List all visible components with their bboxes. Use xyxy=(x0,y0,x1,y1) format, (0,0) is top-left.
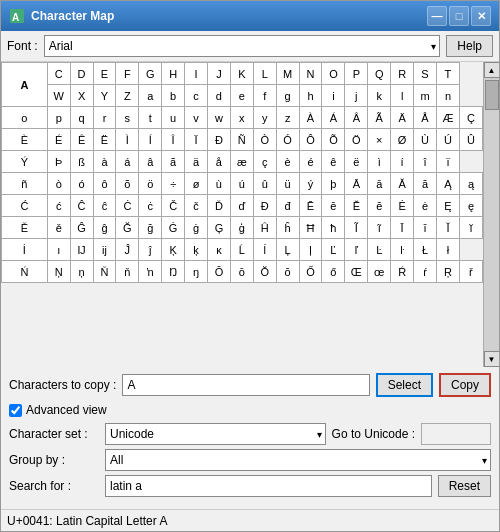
char-cell[interactable]: Ī xyxy=(391,217,414,239)
char-cell[interactable]: Œ xyxy=(345,261,368,283)
char-cell[interactable]: Í xyxy=(139,129,162,151)
char-cell[interactable]: ł xyxy=(436,239,459,261)
char-cell[interactable]: Þ xyxy=(47,151,70,173)
char-cell[interactable]: ė xyxy=(414,195,437,217)
char-cell[interactable]: è xyxy=(276,151,299,173)
char-cell[interactable]: Ğ xyxy=(116,217,139,239)
char-cell[interactable]: h xyxy=(299,85,322,107)
scrollbar-track[interactable] xyxy=(484,78,500,351)
copy-button[interactable]: Copy xyxy=(439,373,491,397)
char-cell[interactable]: D xyxy=(70,63,93,85)
char-cell[interactable]: Ë xyxy=(93,129,116,151)
char-cell[interactable]: ó xyxy=(70,173,93,195)
char-cell[interactable]: ř xyxy=(459,261,482,283)
char-cell[interactable]: Ľ xyxy=(322,239,345,261)
char-cell[interactable]: À xyxy=(299,107,322,129)
char-cell[interactable]: Æ xyxy=(436,107,459,129)
char-cell[interactable]: F xyxy=(116,63,139,85)
char-cell[interactable]: Č xyxy=(162,195,185,217)
char-cell[interactable]: Â xyxy=(345,107,368,129)
char-cell[interactable]: x xyxy=(230,107,253,129)
char-cell[interactable]: Ò xyxy=(253,129,276,151)
char-cell[interactable]: ä xyxy=(185,151,208,173)
char-cell[interactable]: e xyxy=(230,85,253,107)
char-cell[interactable]: Ė xyxy=(391,195,414,217)
char-cell[interactable]: Ę xyxy=(436,195,459,217)
char-cell[interactable]: à xyxy=(93,151,116,173)
char-cell[interactable]: È xyxy=(2,129,48,151)
char-cell[interactable]: Ĥ xyxy=(253,217,276,239)
char-cell[interactable]: Ħ xyxy=(299,217,322,239)
char-cell[interactable]: ŉ xyxy=(139,261,162,283)
char-cell[interactable]: Ņ xyxy=(47,261,70,283)
char-cell[interactable]: K xyxy=(230,63,253,85)
char-cell[interactable]: b xyxy=(162,85,185,107)
char-cell[interactable]: Ý xyxy=(2,151,48,173)
char-cell[interactable]: R xyxy=(391,63,414,85)
char-cell[interactable]: Ô xyxy=(299,129,322,151)
char-cell[interactable]: ñ xyxy=(2,173,48,195)
char-cell[interactable]: Y xyxy=(93,85,116,107)
char-cell[interactable]: Ł xyxy=(414,239,437,261)
close-button[interactable]: ✕ xyxy=(471,6,491,26)
char-cell[interactable]: Ŏ xyxy=(253,261,276,283)
char-cell[interactable]: ê xyxy=(322,151,345,173)
char-cell[interactable]: Ä xyxy=(391,107,414,129)
char-cell[interactable]: H xyxy=(162,63,185,85)
char-cell[interactable]: É xyxy=(47,129,70,151)
char-cell[interactable]: ý xyxy=(299,173,322,195)
char-cell[interactable]: p xyxy=(47,107,70,129)
char-cell[interactable]: ß xyxy=(70,151,93,173)
char-cell[interactable]: í xyxy=(391,151,414,173)
char-cell[interactable]: G xyxy=(139,63,162,85)
char-cell[interactable]: ŋ xyxy=(185,261,208,283)
char-cell[interactable]: Ö xyxy=(345,129,368,151)
char-cell[interactable]: æ xyxy=(230,151,253,173)
char-cell[interactable]: f xyxy=(253,85,276,107)
char-cell[interactable]: ø xyxy=(185,173,208,195)
char-cell[interactable]: Ê xyxy=(70,129,93,151)
char-cell[interactable]: Õ xyxy=(322,129,345,151)
char-cell[interactable]: P xyxy=(345,63,368,85)
char-cell[interactable]: g xyxy=(276,85,299,107)
char-cell[interactable]: ú xyxy=(230,173,253,195)
char-cell[interactable]: ë xyxy=(345,151,368,173)
char-cell[interactable]: ĕ xyxy=(368,195,391,217)
char-cell[interactable]: Ĝ xyxy=(70,217,93,239)
char-cell[interactable]: ġ xyxy=(185,217,208,239)
char-cell[interactable]: n xyxy=(436,85,459,107)
big-char-cell[interactable]: A xyxy=(2,63,48,107)
char-cell[interactable]: ĳ xyxy=(93,239,116,261)
char-cell[interactable]: ň xyxy=(116,261,139,283)
scroll-down-button[interactable]: ▼ xyxy=(484,351,500,367)
char-cell[interactable]: i xyxy=(322,85,345,107)
char-cell[interactable]: ç xyxy=(253,151,276,173)
char-cell[interactable]: Ě xyxy=(2,217,48,239)
reset-button[interactable]: Reset xyxy=(438,475,491,497)
char-cell[interactable]: Ē xyxy=(299,195,322,217)
char-cell[interactable]: Å xyxy=(414,107,437,129)
char-cell[interactable]: Ĵ xyxy=(116,239,139,261)
char-cell[interactable]: á xyxy=(116,151,139,173)
char-cell[interactable]: M xyxy=(276,63,299,85)
char-cell[interactable]: d xyxy=(207,85,230,107)
char-cell[interactable]: Î xyxy=(162,129,185,151)
char-cell[interactable]: z xyxy=(276,107,299,129)
char-cell[interactable]: Ď xyxy=(207,195,230,217)
char-cell[interactable]: L xyxy=(253,63,276,85)
char-cell[interactable]: î xyxy=(414,151,437,173)
maximize-button[interactable]: □ xyxy=(449,6,469,26)
char-cell[interactable]: Ì xyxy=(116,129,139,151)
char-cell[interactable]: Ï xyxy=(185,129,208,151)
char-cell[interactable]: Ċ xyxy=(116,195,139,217)
scroll-up-button[interactable]: ▲ xyxy=(484,62,500,78)
char-cell[interactable]: o xyxy=(2,107,48,129)
char-cell[interactable]: ņ xyxy=(70,261,93,283)
char-cell[interactable]: ù xyxy=(207,173,230,195)
char-cell[interactable]: Ā xyxy=(345,173,368,195)
char-cell[interactable]: Ŗ xyxy=(436,261,459,283)
char-cell[interactable]: s xyxy=(116,107,139,129)
char-cell[interactable]: ŀ xyxy=(391,239,414,261)
char-cell[interactable]: ō xyxy=(230,261,253,283)
char-cell[interactable]: Ó xyxy=(276,129,299,151)
